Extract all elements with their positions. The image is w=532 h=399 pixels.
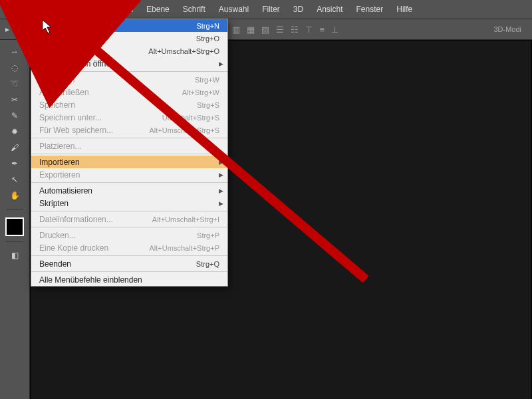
align-mid-icon[interactable]: ≡	[319, 25, 325, 35]
menu-item-label: Platzieren...	[39, 142, 219, 151]
menu-separator	[31, 211, 227, 211]
menu-item-label: Speichern unter...	[39, 113, 162, 122]
align-center-icon[interactable]: ▦	[247, 25, 255, 35]
menu-separator	[31, 255, 227, 256]
menu-item-label: Eine Kopie drucken	[39, 243, 150, 253]
path-select-tool[interactable]: ↖	[5, 172, 25, 188]
align-bot-icon[interactable]: ⊥	[331, 25, 338, 35]
menu-bild[interactable]: Bild	[113, 0, 140, 19]
mode-label[interactable]: 3D-Modi	[488, 25, 527, 33]
menu-datei[interactable]: Datei	[29, 0, 61, 19]
menu-separator	[31, 71, 227, 72]
brush-tool[interactable]: 🖌	[5, 140, 25, 156]
menu-hilfe[interactable]: Hilfe	[390, 0, 419, 19]
submenu-arrow-icon: ▶	[219, 172, 223, 178]
menu-item-neu[interactable]: Neu...Strg+N	[31, 19, 227, 32]
submenu-arrow-icon: ▶	[219, 200, 223, 207]
menu-item-shortcut: Alt+Umschalt+Strg+S	[150, 126, 219, 134]
menu-separator	[31, 138, 227, 138]
menu-item-f-r-web-speichern: Für Web speichern...Alt+Umschalt+Strg+S	[31, 124, 227, 136]
menu-ebene[interactable]: Ebene	[140, 0, 176, 19]
menu-auswahl[interactable]: Auswahl	[212, 0, 255, 19]
submenu-arrow-icon: ▶	[219, 159, 223, 166]
menu-fenster[interactable]: Fenster	[350, 0, 390, 19]
toolbar-separator	[6, 241, 23, 242]
align-left-icon[interactable]: ▥	[232, 25, 240, 35]
menu-item-automatisieren[interactable]: Automatisieren▶	[31, 184, 227, 197]
menu-ansicht[interactable]: Ansicht	[310, 0, 349, 19]
align-top-icon[interactable]: ⊤	[305, 25, 313, 35]
tool-panel: ↔◌➰✂✎✹🖌✒↖✋ ◧	[0, 40, 30, 399]
menu-item-shortcut: Strg+W	[195, 76, 219, 84]
menu-item-alle-men-befehle-einblenden[interactable]: Alle Menübefehle einblenden	[31, 273, 227, 286]
menu-item-schlie-en: SchließenStrg+W	[31, 73, 227, 86]
menu-item-shortcut: Alt+Umschalt+Strg+P	[150, 244, 219, 252]
menu-item-shortcut: Alt+Umschalt+Strg+I	[152, 215, 219, 223]
submenu-arrow-icon: ▶	[219, 61, 223, 67]
menu-item-label: Öffnen...	[39, 34, 196, 43]
menu-item-shortcut: Alt+Strg+W	[182, 88, 219, 96]
align-icons: ▥ ▦ ▧ ☰ ☷ ⊤ ≡ ⊥	[232, 25, 338, 35]
spot-heal-tool[interactable]: ✹	[5, 124, 25, 140]
menu-item-exportieren: Exportieren▶	[31, 168, 227, 181]
menu-item-label: Letzte Dateien öffnen	[39, 59, 219, 68]
menu-item-eine-kopie-drucken: Eine Kopie druckenAlt+Umschalt+Strg+P	[31, 241, 227, 254]
submenu-arrow-icon: ▶	[219, 188, 223, 194]
menu-item-shortcut: Strg+Q	[196, 260, 219, 268]
menu-item-shortcut: Umschalt+Strg+S	[162, 114, 219, 122]
menu-item-label: Alle Menübefehle einblenden	[39, 275, 219, 285]
menu-item-ffnen-als[interactable]: Öffnen als...Alt+Umschalt+Strg+O	[31, 45, 227, 57]
toolbar-separator	[6, 209, 23, 209]
menu-item-label: Beenden	[39, 259, 196, 269]
menu-item-label: Öffnen als...	[39, 47, 148, 56]
menu-3d[interactable]: 3D	[287, 0, 310, 19]
menu-separator	[31, 227, 227, 227]
menu-item-beenden[interactable]: BeendenStrg+Q	[31, 257, 227, 270]
pen-tool[interactable]: ✒	[5, 156, 25, 172]
menu-schrift[interactable]: Schrift	[176, 0, 212, 19]
app-logo[interactable]: Ps	[0, 0, 29, 19]
lasso-tool[interactable]: ➰	[5, 76, 25, 92]
app-window: Ps DateiBearbeitenBildEbeneSchriftAuswah…	[0, 0, 532, 399]
menu-item-importieren[interactable]: Importieren▶	[31, 156, 227, 168]
menu-item-label: Alle schließen	[39, 88, 182, 97]
menu-item-platzieren: Platzieren...	[31, 140, 227, 152]
menubar: Ps DateiBearbeitenBildEbeneSchriftAuswah…	[0, 0, 532, 19]
distribute-h-icon[interactable]: ☰	[276, 25, 284, 35]
marquee-tool[interactable]: ◌	[5, 60, 25, 76]
align-right-icon[interactable]: ▧	[261, 25, 269, 35]
menu-separator	[31, 154, 227, 154]
menu-item-shortcut: Strg+N	[196, 22, 219, 30]
menu-item-ffnen[interactable]: Öffnen...Strg+O	[31, 32, 227, 45]
menu-item-label: Neu...	[39, 21, 196, 31]
menu-item-letzte-dateien-ffnen[interactable]: Letzte Dateien öffnen▶	[31, 57, 227, 70]
menu-separator	[31, 271, 227, 272]
file-menu-dropdown: Neu...Strg+NÖffnen...Strg+OÖffnen als...…	[31, 19, 228, 287]
menu-item-drucken: Drucken...Strg+P	[31, 229, 227, 241]
menu-item-shortcut: Strg+O	[196, 35, 219, 43]
menu-filter[interactable]: Filter	[255, 0, 287, 19]
menu-item-speichern-unter: Speichern unter...Umschalt+Strg+S	[31, 111, 227, 124]
menu-item-label: Importieren	[39, 158, 219, 167]
crop-tool[interactable]: ✂	[5, 92, 25, 108]
distribute-v-icon[interactable]: ☷	[291, 25, 299, 35]
color-swatch[interactable]	[5, 217, 24, 236]
menu-item-label: Speichern	[39, 100, 197, 110]
menu-item-shortcut: Strg+P	[197, 231, 219, 239]
menu-item-dateiinformationen: Dateiinformationen...Alt+Umschalt+Strg+I	[31, 213, 227, 225]
tool-preset-arrow-icon[interactable]: ▸	[5, 25, 19, 34]
quickmask-icon[interactable]: ◧	[5, 247, 25, 263]
move-tool[interactable]: ↔	[5, 44, 25, 60]
eyedropper-tool[interactable]: ✎	[5, 108, 25, 124]
svg-text:Ps: Ps	[11, 7, 18, 13]
menu-item-label: Dateiinformationen...	[39, 215, 152, 224]
menu-item-label: Exportieren	[39, 170, 219, 180]
menu-item-skripten[interactable]: Skripten▶	[31, 197, 227, 209]
menu-item-alle-schlie-en: Alle schließenAlt+Strg+W	[31, 86, 227, 98]
hand-tool[interactable]: ✋	[5, 188, 25, 203]
menu-item-label: Für Web speichern...	[39, 126, 150, 135]
menu-bearbeiten[interactable]: Bearbeiten	[61, 0, 113, 19]
menu-item-shortcut: Strg+S	[197, 101, 219, 109]
menu-item-label: Automatisieren	[39, 186, 219, 196]
menu-item-speichern: SpeichernStrg+S	[31, 98, 227, 111]
